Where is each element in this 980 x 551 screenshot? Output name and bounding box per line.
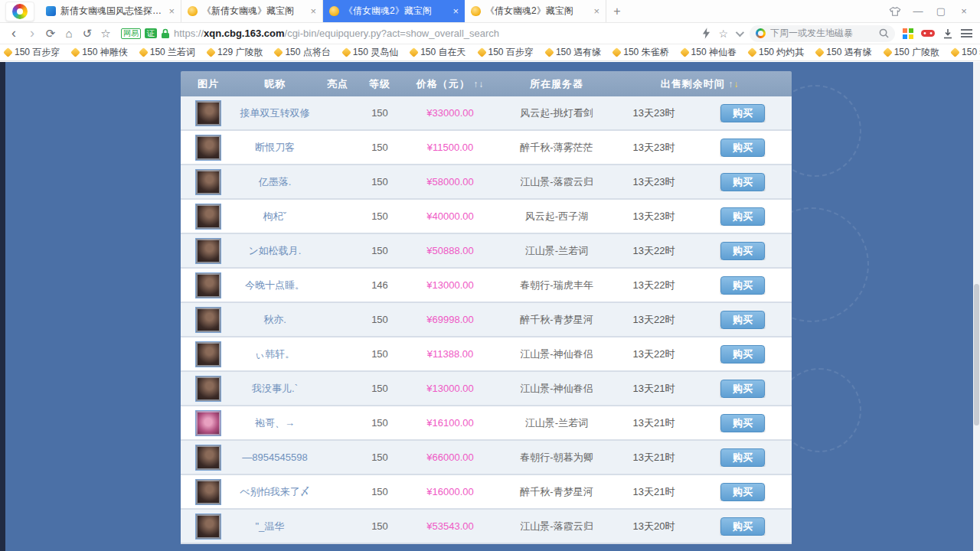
- character-portrait-cell[interactable]: [181, 410, 236, 436]
- character-portrait[interactable]: [195, 135, 221, 161]
- theme-skin-icon[interactable]: [885, 2, 905, 21]
- browser-logo[interactable]: [0, 0, 40, 22]
- minimize-button[interactable]: —: [908, 2, 928, 21]
- character-portrait[interactable]: [195, 272, 221, 298]
- game-center-icon[interactable]: [921, 28, 935, 38]
- scrollbar-thumb[interactable]: [974, 284, 979, 425]
- browser-tab[interactable]: 新倩女幽魂国风志怪探险系统全 ×: [40, 0, 181, 22]
- restore-session-icon[interactable]: ↺: [78, 25, 96, 42]
- character-portrait-cell[interactable]: [181, 204, 236, 230]
- sort-down-active-icon[interactable]: ↓: [733, 79, 739, 90]
- browser-tab[interactable]: 《倩女幽魂2》藏宝阁 ×: [323, 0, 465, 22]
- row-nickname[interactable]: ン如松载月.: [236, 244, 314, 258]
- bookmark-item[interactable]: 150 百步穿: [479, 46, 534, 59]
- buy-button[interactable]: 购买: [720, 173, 765, 191]
- new-tab-button[interactable]: +: [606, 0, 628, 22]
- buy-button[interactable]: 购买: [720, 104, 765, 122]
- character-portrait-cell[interactable]: [181, 135, 236, 161]
- character-portrait-cell[interactable]: [181, 445, 236, 471]
- bookmark-item[interactable]: 150 神仙眷: [681, 46, 737, 59]
- row-nickname[interactable]: 秋亦.: [236, 313, 314, 327]
- maximize-button[interactable]: ▢: [931, 2, 951, 21]
- character-portrait-cell[interactable]: [181, 272, 236, 298]
- character-portrait[interactable]: [195, 204, 221, 230]
- bookmark-item[interactable]: 150 遇有缘: [816, 46, 871, 59]
- back-icon[interactable]: ‹: [5, 25, 23, 42]
- search-hotword[interactable]: 下周一或发生地磁暴: [770, 27, 874, 40]
- buy-button[interactable]: 购买: [720, 207, 765, 226]
- bookmark-item[interactable]: 150 自在天: [410, 46, 466, 59]
- tab-close-icon[interactable]: ×: [452, 5, 459, 17]
- close-button[interactable]: ×: [954, 2, 974, 21]
- forward-icon[interactable]: ›: [23, 25, 41, 42]
- bookmark-item[interactable]: 150 点将台: [275, 46, 330, 59]
- reload-icon[interactable]: ⟳: [41, 25, 60, 42]
- favorites-star-icon[interactable]: ☆: [718, 28, 728, 40]
- buy-button[interactable]: 购买: [720, 483, 765, 501]
- buy-button[interactable]: 购买: [720, 276, 765, 295]
- browser-tab[interactable]: 《倩女幽魂2》藏宝阁 ×: [465, 0, 606, 22]
- bookmark-item[interactable]: 150 朱雀桥: [613, 46, 668, 59]
- character-portrait[interactable]: [195, 479, 221, 505]
- buy-button[interactable]: 购买: [720, 517, 765, 536]
- character-portrait[interactable]: [195, 514, 221, 540]
- character-portrait-cell[interactable]: [181, 238, 236, 264]
- flash-mode-icon[interactable]: [702, 28, 710, 39]
- tab-close-icon[interactable]: ×: [310, 5, 316, 17]
- ssl-lock-icon[interactable]: [161, 28, 170, 39]
- address-bar[interactable]: 网易 证 https://xqn.cbg.163.com/cgi-bin/equ…: [115, 25, 702, 42]
- row-nickname[interactable]: 枸杞ˇ: [236, 210, 314, 223]
- browser-tab[interactable]: 《新倩女幽魂》藏宝阁 ×: [181, 0, 323, 22]
- character-portrait[interactable]: [195, 445, 221, 471]
- buy-button[interactable]: 购买: [720, 448, 765, 467]
- character-portrait-cell[interactable]: [181, 341, 236, 367]
- character-portrait[interactable]: [195, 376, 221, 402]
- bookmark-item[interactable]: 150 神雕侠: [72, 46, 127, 59]
- tab-close-icon[interactable]: ×: [168, 5, 175, 17]
- character-portrait[interactable]: [195, 307, 221, 333]
- row-nickname[interactable]: 断恨刀客: [236, 141, 314, 155]
- character-portrait-cell[interactable]: [181, 307, 236, 333]
- character-portrait-cell[interactable]: [181, 376, 236, 402]
- character-portrait-cell[interactable]: [181, 169, 236, 195]
- page-scrollbar[interactable]: [973, 62, 980, 551]
- character-portrait[interactable]: [195, 341, 221, 367]
- character-portrait[interactable]: [195, 100, 221, 126]
- character-portrait-cell[interactable]: [181, 479, 236, 505]
- buy-button[interactable]: 购买: [720, 414, 765, 432]
- character-portrait-cell[interactable]: [181, 514, 236, 540]
- bookmark-item[interactable]: 150 独步天: [952, 46, 980, 59]
- row-nickname[interactable]: 接单双互转双修: [236, 106, 314, 120]
- character-portrait[interactable]: [195, 169, 221, 195]
- buy-button[interactable]: 购买: [720, 139, 765, 157]
- search-input[interactable]: 下周一或发生地磁暴: [750, 25, 895, 42]
- row-nickname[interactable]: べ别怕我来了〆: [236, 485, 314, 499]
- header-time-sort[interactable]: 出售剩余时间 ↑↓: [611, 77, 789, 91]
- bookmark-item[interactable]: 150 灼灼其: [749, 46, 804, 59]
- row-nickname[interactable]: 我没事儿.`: [236, 382, 314, 396]
- character-portrait[interactable]: [195, 238, 221, 264]
- buy-button[interactable]: 购买: [720, 311, 765, 329]
- sort-down-icon[interactable]: ↓: [479, 79, 484, 90]
- menu-icon[interactable]: [961, 29, 972, 37]
- row-nickname[interactable]: 亿墨落.: [236, 175, 314, 189]
- buy-button[interactable]: 购买: [720, 380, 765, 398]
- bookmark-item[interactable]: 150 广陵散: [884, 46, 939, 59]
- header-price-sort[interactable]: 价格（元） ↑↓: [398, 77, 502, 91]
- search-icon[interactable]: [879, 28, 889, 38]
- bookmark-item[interactable]: 150 遇有缘: [546, 46, 601, 59]
- row-nickname[interactable]: 袍哥、→: [236, 416, 314, 430]
- home-icon[interactable]: ⌂: [60, 25, 78, 42]
- tab-close-icon[interactable]: ×: [593, 5, 599, 17]
- download-icon[interactable]: [942, 28, 953, 39]
- row-nickname[interactable]: 今晚十点睡。: [236, 279, 314, 292]
- bookmark-star-icon[interactable]: ☆: [96, 25, 115, 42]
- row-nickname[interactable]: "_温华ゝ: [236, 520, 314, 533]
- buy-button[interactable]: 购买: [720, 242, 765, 260]
- character-portrait[interactable]: [195, 410, 221, 436]
- apps-grid-icon[interactable]: [903, 28, 913, 39]
- buy-button[interactable]: 购买: [720, 345, 765, 364]
- bookmark-item[interactable]: 150 兰若词: [140, 46, 195, 59]
- character-portrait-cell[interactable]: [181, 100, 236, 126]
- bookmark-item[interactable]: 129 广陵散: [207, 46, 263, 59]
